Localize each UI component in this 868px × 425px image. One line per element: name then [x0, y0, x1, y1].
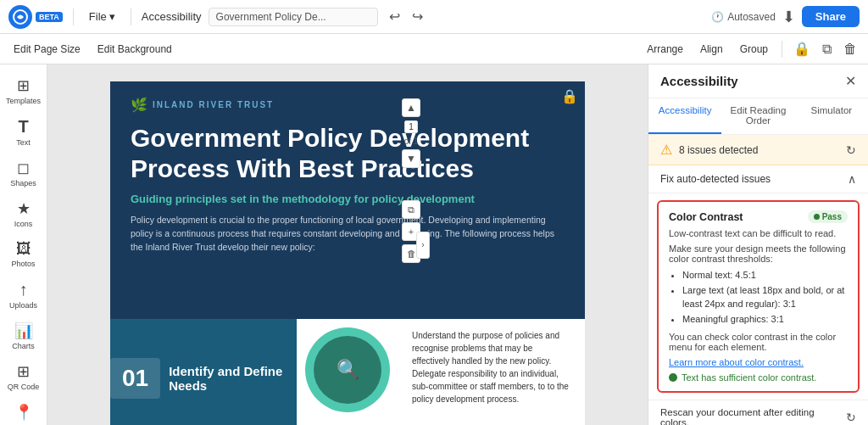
uploads-icon: ↑ [19, 280, 28, 299]
topbar-right: 🕐 Autosaved ⬇ Share [711, 6, 860, 27]
issues-refresh-icon[interactable]: ↻ [846, 143, 856, 157]
fix-label: Fix auto-detected issues [660, 173, 771, 185]
main-content: ⊞ Templates T Text ◻ Shapes ★ Icons 🖼 Ph… [0, 64, 868, 425]
sidebar-label-icons: Icons [14, 220, 33, 228]
redo-button[interactable]: ↪ [408, 6, 427, 27]
sidebar-label-templates: Templates [6, 97, 41, 105]
cc-header: Color Contrast Pass [669, 210, 848, 223]
pass-badge: Pass [808, 210, 848, 223]
page-title: Government Policy Development Process Wi… [110, 113, 585, 184]
sidebar-item-photos[interactable]: 🖼 Photos [3, 235, 44, 273]
sidebar-label-text: Text [16, 138, 31, 147]
cc-list-item-2: Large text (at least 18px and bold, or a… [682, 284, 848, 310]
sidebar-item-icons[interactable]: ★ Icons [3, 194, 44, 233]
sep2 [131, 8, 131, 25]
sidebar-label-charts: Charts [12, 342, 35, 350]
cc-title: Color Contrast [669, 211, 743, 223]
icons-icon: ★ [17, 199, 31, 218]
sidebar-item-text[interactable]: T Text [3, 112, 44, 152]
card-body-text: Understand the purpose of policies and r… [398, 319, 585, 425]
lock-icon-button[interactable]: 🔒 [789, 37, 815, 60]
group-button[interactable]: Group [733, 40, 775, 59]
sidebar-item-shapes[interactable]: ◻ Shapes [3, 154, 44, 193]
fix-chevron-icon: ∧ [848, 172, 856, 186]
file-label: File [89, 10, 107, 23]
panel-tabs: Accessibility Edit Reading Order Simulat… [648, 98, 868, 135]
card-circle-image: 🔍 [305, 327, 390, 412]
issues-banner: ⚠ 8 issues detected ↻ [648, 135, 868, 165]
download-button[interactable]: ⬇ [782, 8, 795, 26]
color-contrast-card: Color Contrast Pass Low-contrast text ca… [657, 200, 860, 393]
tab-simulator[interactable]: Simulator [795, 98, 868, 134]
sidebar-label-shapes: Shapes [10, 179, 36, 187]
panel-close-button[interactable]: ✕ [845, 73, 856, 89]
zoom-copy-button[interactable]: ⧉ [402, 200, 420, 219]
rescan-icon[interactable]: ↻ [846, 411, 856, 424]
edit-background-button[interactable]: Edit Background [91, 40, 179, 59]
cc-list-item-1: Normal text: 4.5:1 [682, 269, 848, 282]
card-circle-inner: 🔍 [314, 336, 381, 404]
fix-section[interactable]: Fix auto-detected issues ∧ [648, 165, 868, 193]
sidebar-label-uploads: Uploads [9, 301, 37, 310]
page-lock-icon: 🔒 [561, 88, 578, 104]
rescan-row: Rescan your document after editing color… [648, 400, 868, 425]
scroll-up-button[interactable]: ▲ [402, 98, 420, 117]
logo-icon: 🌿 [131, 97, 147, 113]
panel-header: Accessibility ✕ [648, 64, 868, 98]
edit-page-size-button[interactable]: Edit Page Size [7, 40, 87, 59]
sidebar-item-qrcode[interactable]: ⊞ QR Code [3, 357, 44, 396]
page-bottom-card: 01 Identify and Define Needs 🔍 Understan… [110, 319, 585, 425]
beta-badge: BETA [36, 12, 63, 22]
file-menu[interactable]: File ▾ [84, 8, 120, 25]
sep3 [782, 41, 782, 58]
autosave-icon: 🕐 [711, 11, 724, 23]
cc-success: Text has sufficient color contrast. [669, 372, 848, 383]
cc-list-item-3: Meaningful graphics: 3:1 [682, 313, 848, 326]
scroll-down-button[interactable]: ▼ [402, 149, 420, 168]
pass-dot-icon [814, 214, 820, 220]
sidebar-item-charts[interactable]: 📊 Charts [3, 316, 44, 355]
arrange-button[interactable]: Arrange [640, 40, 690, 59]
secondary-toolbar: Edit Page Size Edit Background Arrange A… [0, 34, 868, 64]
share-button[interactable]: Share [802, 6, 860, 27]
maps-icon: 📍 [14, 403, 33, 422]
autosaved-status: 🕐 Autosaved [711, 11, 776, 23]
undo-button[interactable]: ↩ [385, 6, 404, 27]
align-button[interactable]: Align [693, 40, 730, 59]
shapes-icon: ◻ [17, 159, 30, 177]
copy-icon-button[interactable]: ⧉ [818, 38, 836, 60]
collapse-panel-button[interactable]: › [416, 232, 430, 259]
left-sidebar: ⊞ Templates T Text ◻ Shapes ★ Icons 🖼 Ph… [0, 64, 47, 425]
right-panel: Accessibility ✕ Accessibility Edit Readi… [648, 64, 868, 425]
charts-icon: 📊 [14, 322, 33, 340]
cc-guide-intro: Make sure your design meets the followin… [669, 243, 848, 264]
sidebar-item-templates[interactable]: ⊞ Templates [3, 71, 44, 110]
card-blue-section: 01 Identify and Define Needs [110, 319, 297, 425]
cc-note: You can check color contrast in the colo… [669, 332, 848, 352]
pass-label: Pass [822, 212, 842, 221]
topbar: BETA File ▾ Accessibility ↩ ↪ 🕐 Autosave… [0, 0, 868, 34]
design-page[interactable]: 🔒 🌿 INLAND RIVER TRUST Government Policy… [110, 81, 585, 425]
logo-text: INLAND RIVER TRUST [153, 100, 274, 109]
accessibility-label: Accessibility [142, 10, 202, 23]
sidebar-item-maps[interactable]: 📍 Maps [3, 398, 44, 425]
app-logo[interactable] [8, 5, 32, 29]
cc-learn-more-link[interactable]: Learn more about color contrast. [669, 357, 848, 367]
tab-reading-order[interactable]: Edit Reading Order [721, 98, 794, 134]
cc-description: Low-contrast text can be difficult to re… [669, 228, 848, 238]
photos-icon: 🖼 [16, 240, 31, 258]
panel-title: Accessibility [660, 74, 738, 88]
page-logo: 🌿 INLAND RIVER TRUST [110, 81, 585, 113]
page-subtitle: Guiding principles set in the methodolog… [110, 184, 585, 205]
cc-success-text: Text has sufficient color contrast. [682, 372, 816, 383]
page-number: 1 [404, 120, 418, 133]
autosaved-label: Autosaved [727, 11, 776, 23]
tab-accessibility[interactable]: Accessibility [648, 98, 721, 134]
canvas-scroll[interactable]: ▲ 1 of 1 ▼ ⧉ + 🗑 › 🔒 🌿 [47, 64, 648, 425]
sidebar-item-uploads[interactable]: ↑ Uploads [3, 275, 44, 315]
delete-icon-button[interactable]: 🗑 [839, 38, 861, 60]
doc-name-input[interactable] [209, 8, 378, 26]
sep1 [73, 8, 74, 25]
cc-list: Normal text: 4.5:1 Large text (at least … [669, 269, 848, 327]
cc-success-icon [669, 373, 677, 382]
